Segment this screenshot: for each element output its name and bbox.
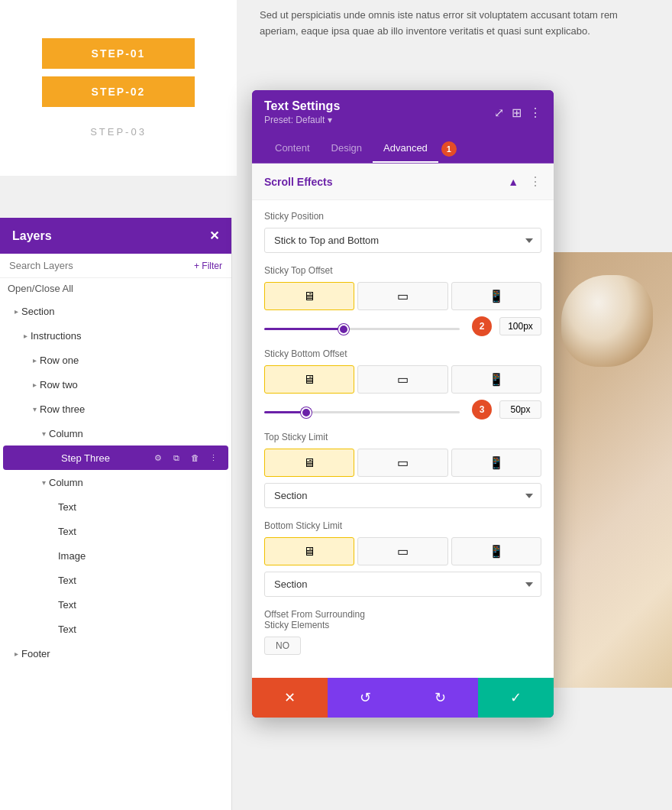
offset-toggle-btn[interactable]: NO: [264, 637, 301, 655]
row-one-delete-btn[interactable]: 🗑: [190, 352, 205, 368]
column-1-delete-btn[interactable]: 🗑: [190, 426, 205, 441]
modal-preset[interactable]: Preset: Default ▾: [264, 115, 340, 125]
layer-item-text-4[interactable]: Text ⚙ ⧉ 🗑 ⋮: [0, 592, 231, 617]
text-4-delete-btn[interactable]: 🗑: [190, 597, 205, 612]
sticky-bottom-value[interactable]: 50px: [499, 400, 541, 419]
text-3-more-btn[interactable]: ⋮: [208, 572, 224, 588]
modal-columns-btn[interactable]: ⊞: [512, 105, 522, 120]
modal-confirm-button[interactable]: ✓: [478, 678, 554, 718]
text-3-copy-btn[interactable]: ⧉: [172, 572, 187, 588]
text-5-copy-btn[interactable]: ⧉: [172, 621, 187, 637]
tab-content[interactable]: Content: [264, 134, 321, 163]
bottom-sticky-limit-select[interactable]: Section: [264, 572, 541, 597]
step-three-copy-btn[interactable]: ⧉: [169, 450, 184, 465]
layer-item-text-2[interactable]: Text ⚙ ⧉ 🗑 ⋮: [0, 519, 231, 543]
layer-item-text-3[interactable]: Text ⚙ ⧉ 🗑 ⋮: [0, 568, 231, 592]
scroll-effects-collapse-icon[interactable]: ▲: [508, 176, 519, 188]
row-two-delete-btn[interactable]: 🗑: [190, 377, 205, 392]
layer-item-text-5[interactable]: Text ⚙ ⧉ 🗑 ⋮: [0, 617, 231, 641]
image-1-more-btn[interactable]: ⋮: [208, 548, 224, 563]
layer-item-section[interactable]: ▸ Section ⚙ ⧉ 🗑 ⋮: [0, 299, 231, 323]
column-2-more-btn[interactable]: ⋮: [208, 475, 224, 490]
sticky-bottom-tablet-btn[interactable]: ▭: [357, 365, 447, 394]
text-1-more-btn[interactable]: ⋮: [208, 499, 224, 514]
sticky-top-tablet-btn[interactable]: ▭: [357, 282, 447, 310]
column-2-copy-btn[interactable]: ⧉: [172, 475, 187, 490]
section-delete-btn[interactable]: 🗑: [190, 303, 205, 319]
layers-filter-button[interactable]: + Filter: [194, 261, 222, 271]
text-1-copy-btn[interactable]: ⧉: [172, 499, 187, 514]
step-three-more-btn[interactable]: ⋮: [205, 450, 221, 465]
top-sticky-limit-desktop-btn[interactable]: 🖥: [264, 449, 354, 477]
text-4-more-btn[interactable]: ⋮: [208, 597, 224, 612]
layer-item-row-three[interactable]: ▾ Row three ⚙ ⧉ 🗑 ⋮: [0, 397, 231, 421]
top-sticky-limit-tablet-btn[interactable]: ▭: [357, 449, 447, 477]
modal-redo-button[interactable]: ↻: [403, 678, 479, 718]
tab-design[interactable]: Design: [321, 134, 373, 163]
instructions-more-btn[interactable]: ⋮: [208, 328, 224, 343]
text-2-more-btn[interactable]: ⋮: [208, 523, 224, 539]
bottom-sticky-limit-desktop-btn[interactable]: 🖥: [264, 537, 354, 565]
row-one-copy-btn[interactable]: ⧉: [172, 352, 187, 368]
text-1-delete-btn[interactable]: 🗑: [190, 499, 205, 514]
footer-more-btn[interactable]: ⋮: [208, 646, 224, 661]
row-three-copy-btn[interactable]: ⧉: [172, 401, 187, 416]
text-5-more-btn[interactable]: ⋮: [208, 621, 224, 637]
row-one-more-btn[interactable]: ⋮: [208, 352, 224, 368]
modal-expand-btn[interactable]: ⤢: [494, 105, 504, 120]
row-two-copy-btn[interactable]: ⧉: [172, 377, 187, 392]
image-1-copy-btn[interactable]: ⧉: [172, 548, 187, 563]
text-5-settings-btn[interactable]: ⚙: [153, 621, 169, 637]
text-4-copy-btn[interactable]: ⧉: [172, 597, 187, 612]
sticky-top-slider[interactable]: [264, 328, 460, 330]
instructions-delete-btn[interactable]: 🗑: [190, 328, 205, 343]
row-one-settings-btn[interactable]: ⚙: [153, 352, 169, 368]
instructions-copy-btn[interactable]: ⧉: [172, 328, 187, 343]
text-4-settings-btn[interactable]: ⚙: [153, 597, 169, 612]
text-2-delete-btn[interactable]: 🗑: [190, 523, 205, 539]
row-three-more-btn[interactable]: ⋮: [208, 401, 224, 416]
row-two-settings-btn[interactable]: ⚙: [153, 377, 169, 392]
column-1-settings-btn[interactable]: ⚙: [153, 426, 169, 441]
layer-item-row-two[interactable]: ▸ Row two ⚙ ⧉ 🗑 ⋮: [0, 372, 231, 397]
text-2-settings-btn[interactable]: ⚙: [153, 523, 169, 539]
modal-more-btn[interactable]: ⋮: [529, 105, 541, 120]
layer-item-row-one[interactable]: ▸ Row one ⚙ ⧉ 🗑 ⋮: [0, 348, 231, 372]
top-sticky-limit-select[interactable]: Section: [264, 483, 541, 508]
column-1-copy-btn[interactable]: ⧉: [172, 426, 187, 441]
row-three-delete-btn[interactable]: 🗑: [190, 401, 205, 416]
footer-copy-btn[interactable]: ⧉: [172, 646, 187, 661]
text-5-delete-btn[interactable]: 🗑: [190, 621, 205, 637]
section-settings-btn[interactable]: ⚙: [153, 303, 169, 319]
bottom-sticky-limit-tablet-btn[interactable]: ▭: [357, 537, 447, 565]
footer-delete-btn[interactable]: 🗑: [190, 646, 205, 661]
step-three-delete-btn[interactable]: 🗑: [187, 450, 202, 465]
column-2-delete-btn[interactable]: 🗑: [190, 475, 205, 490]
layers-close-button[interactable]: ✕: [209, 228, 219, 243]
layer-item-image-1[interactable]: Image ⚙ ⧉ 🗑 ⋮: [0, 543, 231, 568]
layer-item-column-2[interactable]: ▾ Column ⚙ ⧉ 🗑 ⋮: [0, 470, 231, 494]
sticky-bottom-mobile-btn[interactable]: 📱: [451, 365, 541, 394]
footer-settings-btn[interactable]: ⚙: [153, 646, 169, 661]
modal-cancel-button[interactable]: ✕: [252, 678, 328, 718]
layer-item-footer[interactable]: ▸ Footer ⚙ ⧉ 🗑 ⋮: [0, 641, 231, 666]
sticky-position-select[interactable]: Stick to Top and Bottom: [264, 228, 541, 253]
scroll-effects-more-icon[interactable]: ⋮: [529, 174, 541, 189]
instructions-settings-btn[interactable]: ⚙: [153, 328, 169, 343]
open-close-all[interactable]: Open/Close All: [0, 278, 231, 299]
layer-item-instructions[interactable]: ▸ Instructions ⚙ ⧉ 🗑 ⋮: [0, 323, 231, 348]
section-copy-btn[interactable]: ⧉: [172, 303, 187, 319]
text-2-copy-btn[interactable]: ⧉: [172, 523, 187, 539]
sticky-top-desktop-btn[interactable]: 🖥: [264, 282, 354, 310]
top-sticky-limit-mobile-btn[interactable]: 📱: [451, 449, 541, 477]
step-three-settings-btn[interactable]: ⚙: [150, 450, 166, 465]
layer-item-column-1[interactable]: ▾ Column ⚙ ⧉ 🗑 ⋮: [0, 421, 231, 446]
text-3-settings-btn[interactable]: ⚙: [153, 572, 169, 588]
text-1-settings-btn[interactable]: ⚙: [153, 499, 169, 514]
row-two-more-btn[interactable]: ⋮: [208, 377, 224, 392]
tab-advanced[interactable]: Advanced: [373, 134, 438, 163]
row-three-settings-btn[interactable]: ⚙: [153, 401, 169, 416]
column-2-settings-btn[interactable]: ⚙: [153, 475, 169, 490]
layer-item-text-1[interactable]: Text ⚙ ⧉ 🗑 ⋮: [0, 494, 231, 519]
modal-undo-button[interactable]: ↺: [328, 678, 403, 718]
